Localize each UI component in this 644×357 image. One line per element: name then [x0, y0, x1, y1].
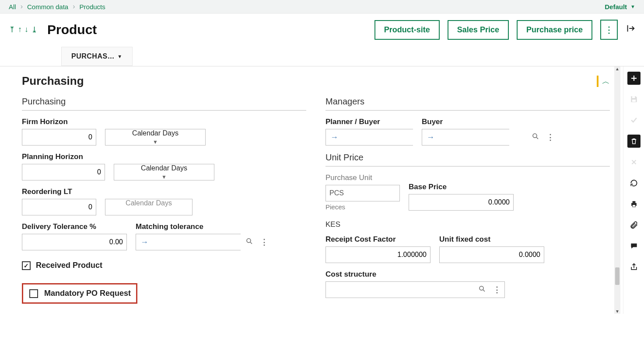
cancel-button[interactable] — [627, 156, 640, 169]
planner-buyer-lookup[interactable]: → ⋮ — [326, 129, 413, 146]
planning-horizon-label: Planning Horizon — [22, 153, 306, 161]
reordering-lt-label: Reordering LT — [22, 187, 306, 196]
tab-label: PURCHAS… — [71, 52, 115, 60]
search-icon[interactable] — [242, 237, 257, 247]
firm-horizon-unit-select[interactable]: Calendar Days ▼ — [105, 129, 206, 146]
header-area: ⤒ ↑ ↓ ⤓ Product Product-site Sales Price… — [0, 14, 644, 66]
chevron-up-icon: ︿ — [602, 76, 610, 87]
receipt-cost-label: Receipt Cost Factor — [326, 235, 430, 244]
cost-structure-input[interactable] — [326, 282, 475, 298]
caret-down-icon: ▼ — [161, 174, 167, 180]
scroll-up-icon[interactable]: ▲ — [614, 66, 620, 71]
receipt-cost-input[interactable] — [326, 246, 430, 263]
crumb-products[interactable]: Products — [80, 3, 105, 10]
first-record-icon[interactable]: ⤒ — [9, 25, 15, 35]
search-icon[interactable] — [528, 132, 543, 142]
new-button[interactable] — [627, 72, 640, 85]
view-label: Default — [605, 3, 627, 10]
exit-icon[interactable] — [626, 24, 635, 36]
purchase-price-button[interactable]: Purchase price — [517, 20, 592, 40]
cost-structure-label: Cost structure — [326, 270, 610, 279]
select-value: Calendar Days — [141, 164, 187, 172]
purchase-unit-hint: Pieces — [326, 203, 400, 211]
tab-purchasing[interactable]: PURCHAS… ▼ — [61, 47, 133, 66]
scroll-down-icon[interactable]: ▼ — [614, 309, 620, 314]
svg-point-2 — [533, 134, 537, 138]
sales-price-button[interactable]: Sales Price — [448, 20, 509, 40]
caret-down-icon: ▼ — [117, 54, 122, 59]
page-title: Product — [47, 22, 97, 37]
svg-rect-5 — [632, 100, 635, 102]
scrollbar[interactable]: ▲ ▼ — [614, 66, 620, 314]
mandatory-po-label: Mandatory PO Request — [44, 289, 131, 298]
base-price-input[interactable] — [409, 194, 514, 211]
mandatory-po-checkbox[interactable] — [29, 289, 38, 298]
purchase-unit-input — [326, 185, 400, 201]
more-actions-button[interactable]: ⋮ — [600, 20, 618, 40]
unit-fixed-cost-input[interactable] — [439, 246, 544, 263]
delivery-tolerance-input[interactable] — [22, 234, 127, 250]
record-nav: ⤒ ↑ ↓ ⤓ — [9, 25, 38, 35]
cost-structure-lookup[interactable]: ⋮ — [326, 281, 505, 298]
firm-horizon-input[interactable] — [22, 129, 96, 146]
vertical-dots-icon[interactable]: ⋮ — [257, 237, 272, 247]
purchasing-group: Purchasing Firm Horizon Calendar Days ▼ … — [22, 97, 306, 305]
svg-rect-7 — [632, 201, 635, 203]
view-selector[interactable]: Default ▼ — [605, 3, 635, 10]
last-record-icon[interactable]: ⤓ — [31, 25, 38, 35]
matching-tolerance-input[interactable] — [153, 234, 242, 250]
section-title: Purchasing — [22, 74, 84, 88]
planning-horizon-input[interactable] — [22, 164, 105, 180]
reordering-lt-input[interactable] — [22, 199, 96, 215]
chevron-right-icon: › — [21, 3, 23, 10]
svg-rect-4 — [632, 96, 635, 98]
received-product-checkbox-row[interactable]: Received Product — [22, 261, 306, 270]
planner-buyer-input[interactable] — [343, 129, 432, 145]
matching-tolerance-label: Matching tolerance — [136, 222, 241, 231]
currency-label: KES — [326, 220, 610, 229]
svg-point-0 — [247, 239, 251, 243]
content-area: Purchasing ︿ Purchasing Firm Horizon Cal… — [0, 66, 623, 314]
chevron-right-icon: › — [73, 3, 75, 10]
refresh-button[interactable] — [627, 177, 640, 190]
goto-icon[interactable]: → — [326, 133, 343, 142]
modified-indicator-icon — [597, 76, 598, 87]
share-button[interactable] — [627, 260, 640, 274]
validate-button[interactable] — [627, 114, 640, 127]
section-collapse[interactable]: ︿ — [597, 76, 610, 87]
vertical-dots-icon[interactable]: ⋮ — [490, 285, 504, 295]
prev-record-icon[interactable]: ↑ — [18, 25, 22, 35]
scroll-thumb[interactable] — [615, 267, 620, 285]
mandatory-po-highlight: Mandatory PO Request — [22, 283, 137, 304]
print-button[interactable] — [627, 198, 640, 211]
received-product-checkbox[interactable] — [22, 261, 31, 270]
goto-icon[interactable]: → — [422, 133, 439, 142]
next-record-icon[interactable]: ↓ — [24, 25, 28, 35]
right-rail — [623, 66, 644, 314]
comment-button[interactable] — [627, 239, 640, 253]
breadcrumb: All › Common data › Products — [9, 3, 105, 10]
delete-button[interactable] — [627, 135, 640, 148]
breadcrumb-bar: All › Common data › Products Default ▼ — [0, 0, 644, 14]
save-button[interactable] — [627, 93, 640, 106]
product-site-button[interactable]: Product-site — [374, 20, 440, 40]
vertical-dots-icon[interactable]: ⋮ — [543, 132, 558, 142]
planner-buyer-label: Planner / Buyer — [326, 118, 413, 126]
buyer-label: Buyer — [422, 118, 509, 126]
attachment-button[interactable] — [627, 218, 640, 232]
search-icon[interactable] — [475, 285, 490, 295]
planning-horizon-unit-select[interactable]: Calendar Days ▼ — [114, 164, 214, 180]
goto-icon[interactable]: → — [136, 238, 153, 247]
vertical-dots-icon: ⋮ — [605, 24, 613, 35]
buyer-input[interactable] — [439, 129, 528, 145]
crumb-common-data[interactable]: Common data — [27, 3, 68, 10]
reordering-lt-unit-select: Calendar Days — [105, 199, 192, 215]
svg-rect-8 — [632, 205, 635, 207]
crumb-all[interactable]: All — [9, 3, 16, 10]
purchase-unit-label: Purchase Unit — [326, 173, 400, 182]
buyer-lookup[interactable]: → ⋮ — [422, 129, 509, 146]
received-product-label: Received Product — [36, 261, 102, 270]
group-title-purchasing: Purchasing — [22, 97, 306, 111]
matching-tolerance-lookup[interactable]: → ⋮ — [136, 234, 241, 250]
base-price-label: Base Price — [409, 183, 514, 191]
